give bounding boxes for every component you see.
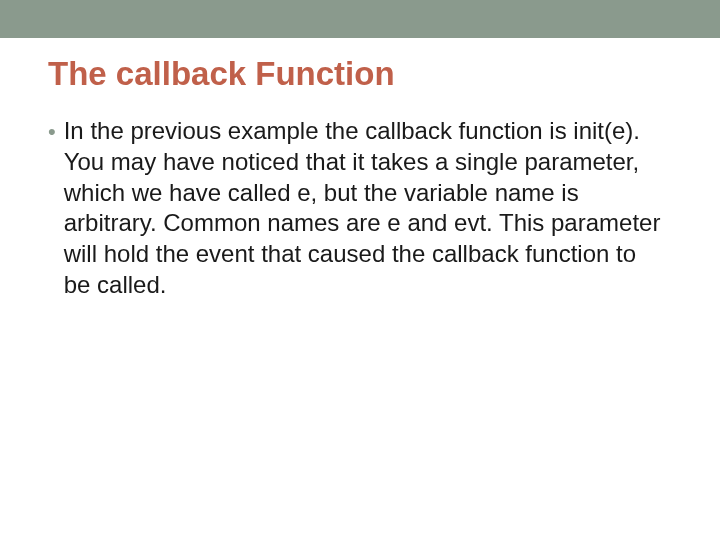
bullet-glyph-icon: • bbox=[48, 118, 56, 147]
bullet-item: • In the previous example the callback f… bbox=[48, 116, 672, 300]
slide-title: The callback Function bbox=[48, 56, 672, 92]
accent-top-bar bbox=[0, 0, 720, 38]
slide-content: The callback Function • In the previous … bbox=[0, 38, 720, 301]
slide-body-text: In the previous example the callback fun… bbox=[64, 116, 664, 300]
